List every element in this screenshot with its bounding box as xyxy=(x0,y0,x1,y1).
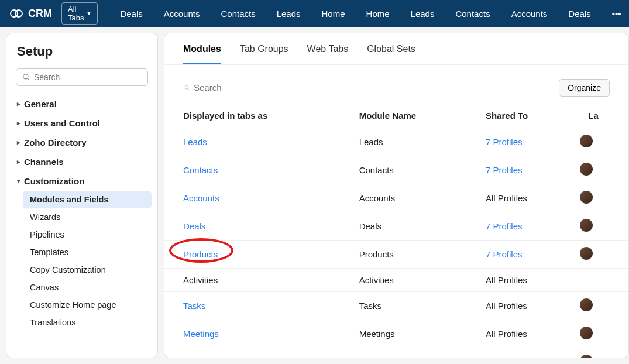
nav-item-home[interactable]: Home xyxy=(311,9,356,19)
cell-avatar xyxy=(578,292,628,320)
shared-link[interactable]: 7 Profiles xyxy=(486,221,523,231)
content-search[interactable] xyxy=(183,80,306,95)
search-icon xyxy=(184,83,190,92)
search-icon xyxy=(22,73,30,81)
module-link[interactable]: Meetings xyxy=(183,329,219,339)
more-menu[interactable]: ••• xyxy=(601,9,629,19)
cell-avatar xyxy=(578,184,628,212)
sidebar-item-modules-and-fields[interactable]: Modules and Fields xyxy=(23,191,152,208)
sidebar-item-users-and-control[interactable]: Users and Control xyxy=(12,114,152,133)
module-link[interactable]: Tasks xyxy=(183,301,205,311)
module-link[interactable]: Accounts xyxy=(183,193,219,203)
table-row: CallsCalls6 Profiles xyxy=(164,348,628,358)
top-navigation: CRM All Tabs ▼ DealsAccountsContactsLead… xyxy=(0,0,629,27)
module-link[interactable]: Contacts xyxy=(183,165,218,175)
table-row: AccountsAccountsAll Profiles xyxy=(164,184,628,212)
sidebar-title: Setup xyxy=(17,44,147,59)
cell-module-name: Accounts xyxy=(349,184,475,212)
svg-line-7 xyxy=(188,88,189,90)
table-row: ActivitiesActivitiesAll Profiles xyxy=(164,269,628,292)
cell-shared-to: 7 Profiles xyxy=(475,241,578,269)
content-search-input[interactable] xyxy=(194,83,305,92)
sidebar-search-input[interactable] xyxy=(34,73,142,82)
cell-avatar xyxy=(578,348,628,358)
sidebar-item-templates[interactable]: Templates xyxy=(23,243,152,261)
cell-display: Calls xyxy=(164,348,349,358)
sidebar-item-general[interactable]: General xyxy=(12,94,152,114)
nav-item-deals[interactable]: Deals xyxy=(109,9,153,19)
nav-item-leads[interactable]: Leads xyxy=(266,9,311,19)
modules-table: Displayed in tabs asModule NameShared To… xyxy=(164,104,628,358)
module-link[interactable]: Deals xyxy=(183,221,205,231)
cell-module-name: Calls xyxy=(349,348,475,358)
sidebar-item-copy-customization[interactable]: Copy Customization xyxy=(23,261,152,279)
nav-item-leads[interactable]: Leads xyxy=(400,9,445,19)
module-link[interactable]: Calls xyxy=(183,357,202,358)
avatar xyxy=(580,163,593,176)
cell-avatar xyxy=(578,156,628,184)
chevron-down-icon: ▼ xyxy=(86,11,91,16)
cell-shared-to: 7 Profiles xyxy=(475,156,578,184)
cell-module-name: Deals xyxy=(349,212,475,241)
cell-display: Products xyxy=(164,241,349,269)
table-row: TasksTasksAll Profiles xyxy=(164,292,628,320)
column-header: Shared To xyxy=(475,104,578,128)
cell-module-name: Products xyxy=(349,241,475,269)
shared-link[interactable]: 6 Profiles xyxy=(486,357,523,358)
sidebar-item-channels[interactable]: Channels xyxy=(12,152,152,171)
svg-point-6 xyxy=(185,85,188,89)
cell-module-name: Contacts xyxy=(349,156,475,184)
avatar xyxy=(580,247,593,260)
modules-table-wrap: Displayed in tabs asModule NameShared To… xyxy=(164,104,628,358)
nav-item-accounts[interactable]: Accounts xyxy=(501,9,558,19)
module-link[interactable]: Leads xyxy=(183,137,207,147)
cell-avatar xyxy=(578,128,628,156)
avatar xyxy=(580,298,593,311)
nav-item-home[interactable]: Home xyxy=(356,9,400,19)
sidebar-item-pipelines[interactable]: Pipelines xyxy=(23,226,152,243)
shared-link[interactable]: 7 Profiles xyxy=(486,137,523,147)
table-row: ContactsContacts7 Profiles xyxy=(164,156,628,184)
table-row: MeetingsMeetingsAll Profiles xyxy=(164,320,628,348)
cell-display: Contacts xyxy=(164,156,349,184)
organize-button[interactable]: Organize xyxy=(559,79,610,97)
sidebar-item-zoho-directory[interactable]: Zoho Directory xyxy=(12,133,152,152)
nav-item-contacts[interactable]: Contacts xyxy=(210,9,266,19)
nav-item-deals[interactable]: Deals xyxy=(558,9,601,19)
module-link[interactable]: Products xyxy=(183,249,218,259)
nav-item-contacts[interactable]: Contacts xyxy=(445,9,500,19)
column-header: Displayed in tabs as xyxy=(164,104,349,128)
cell-shared-to: All Profiles xyxy=(475,184,578,212)
cell-display: Meetings xyxy=(164,320,349,348)
sidebar: Setup GeneralUsers and ControlZoho Direc… xyxy=(6,33,158,358)
svg-point-4 xyxy=(23,74,28,79)
sidebar-search[interactable] xyxy=(16,68,148,86)
cell-avatar xyxy=(578,320,628,348)
alltabs-dropdown[interactable]: All Tabs ▼ xyxy=(61,2,98,25)
sidebar-item-translations[interactable]: Translations xyxy=(23,314,152,331)
sidebar-item-customize-home-page[interactable]: Customize Home page xyxy=(23,296,152,314)
cell-shared-to: 6 Profiles xyxy=(475,348,578,358)
tab-global-sets[interactable]: Global Sets xyxy=(367,44,415,64)
tab-modules[interactable]: Modules xyxy=(183,44,221,64)
column-header: La xyxy=(578,104,628,128)
svg-point-1 xyxy=(15,10,22,17)
shared-link[interactable]: 7 Profiles xyxy=(486,249,523,259)
sidebar-item-wizards[interactable]: Wizards xyxy=(23,208,152,226)
tab-tab-groups[interactable]: Tab Groups xyxy=(240,44,288,64)
content-tabs: ModulesTab GroupsWeb TabsGlobal Sets xyxy=(164,33,628,65)
cell-shared-to: All Profiles xyxy=(475,292,578,320)
sidebar-item-customization[interactable]: Customization xyxy=(12,171,152,191)
shared-link[interactable]: 7 Profiles xyxy=(486,165,523,175)
svg-line-5 xyxy=(28,78,29,80)
nav-item-accounts[interactable]: Accounts xyxy=(153,9,211,19)
tab-web-tabs[interactable]: Web Tabs xyxy=(307,44,349,64)
avatar xyxy=(580,135,593,147)
content-toolbar: Organize xyxy=(164,65,628,104)
cell-display: Accounts xyxy=(164,184,349,212)
cell-module-name: Activities xyxy=(349,269,475,292)
sidebar-item-canvas[interactable]: Canvas xyxy=(23,279,152,296)
cell-module-name: Meetings xyxy=(349,320,475,348)
avatar xyxy=(580,191,593,204)
brand-text: CRM xyxy=(28,8,52,20)
